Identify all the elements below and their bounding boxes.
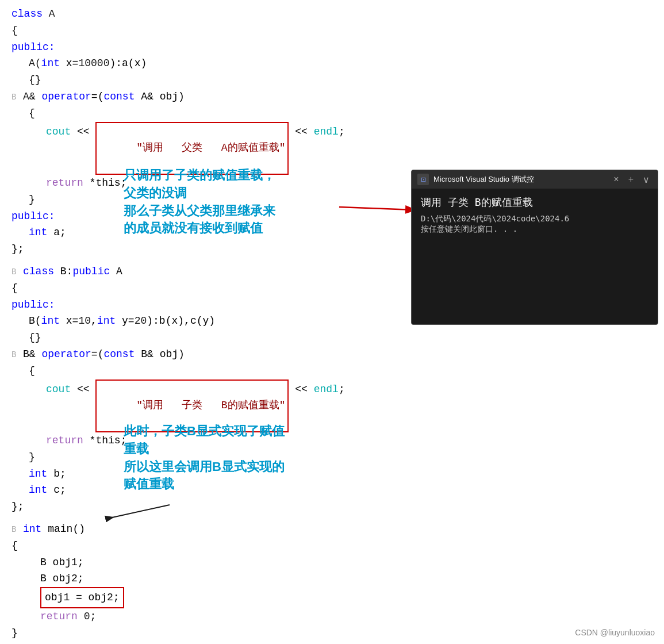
class-name-A: A <box>49 6 55 22</box>
blank-line <box>11 515 385 521</box>
keyword-public: public: <box>11 39 55 56</box>
vs-close-button[interactable]: × <box>611 174 621 185</box>
code-line: {} <box>29 72 385 89</box>
code-line: public: <box>11 39 385 56</box>
code-line: {} <box>29 329 385 346</box>
annotation-1-line2: 父类的没调 <box>124 185 377 202</box>
watermark: CSDN @liuyunluoxiao <box>575 628 655 637</box>
keyword-class: class <box>11 6 43 22</box>
annotation-1-line1: 只调用了子类的赋值重载， <box>124 167 377 185</box>
annotation-1-line3: 那么子类从父类那里继承来 <box>124 202 377 220</box>
vs-v-button[interactable]: ∨ <box>640 174 652 185</box>
vs-titlebar: ⊡ Microsoft Visual Studio 调试控 × + ∨ <box>412 170 658 189</box>
code-line: { <box>11 22 385 39</box>
string-A: "调用 父类 A的赋值重载" <box>136 142 285 154</box>
code-line: B(int x=10,int y=20):b(x),c(y) <box>29 313 385 329</box>
vs-output-body: 调用 子类 B的赋值重载 D:\代码\2024代码\2024code\2024.… <box>412 189 658 324</box>
annotation-1-line4: 的成员就没有接收到赋值 <box>124 220 377 237</box>
code-line: { <box>11 280 385 297</box>
code-line: { <box>11 538 385 554</box>
code-line: B obj2; <box>40 570 385 587</box>
code-line: return 0 ; <box>40 608 385 625</box>
annotation-2: 此时，子类B显式实现了赋值 重载 所以这里会调用B显式实现的 赋值重载 <box>124 423 400 493</box>
code-line: public: <box>11 297 385 313</box>
code-area: class A { public: A(int x=10000):a(x) {}… <box>0 0 391 644</box>
vs-path-line: D:\代码\2024代码\2024code\2024.6 <box>421 214 648 224</box>
code-line: A(int x=10000):a(x) <box>29 55 385 72</box>
annotation-2-line4: 赋值重载 <box>124 476 400 493</box>
code-line: B class B: public A <box>11 263 385 280</box>
vs-icon: ⊡ <box>417 174 429 185</box>
code-line: B B& operator=(const B& obj) <box>11 346 385 363</box>
code-line-main: B int main() <box>11 521 385 538</box>
annotation-2-line2: 重载 <box>124 440 400 458</box>
blank-line <box>11 258 385 263</box>
vs-plus-button[interactable]: + <box>626 174 636 185</box>
code-line: } <box>11 625 385 642</box>
code-line: B obj1; <box>40 554 385 571</box>
vs-output-line-1: 调用 子类 B的赋值重载 <box>421 195 648 209</box>
annotation-2-line3: 所以这里会调用B显式实现的 <box>124 458 400 476</box>
string-B: "调用 子类 B的赋值重载" <box>136 400 285 411</box>
annotation-2-line1: 此时，子类B显式实现了赋值 <box>124 423 400 440</box>
code-line: { <box>29 363 385 379</box>
vs-press-line: 按任意键关闭此窗口. . . <box>421 224 648 235</box>
code-line-assignment: obj1 = obj2; <box>40 587 385 608</box>
annotation-1: 只调用了子类的赋值重载， 父类的没调 那么子类从父类那里继承来 的成员就没有接收… <box>124 167 377 237</box>
code-line: }; <box>11 499 385 515</box>
vs-title-text: Microsoft Visual Studio 调试控 <box>433 174 607 185</box>
vs-console-window: ⊡ Microsoft Visual Studio 调试控 × + ∨ 调用 子… <box>411 170 658 325</box>
code-line: B A& operator=(const A& obj) <box>11 89 385 105</box>
code-line: { <box>29 105 385 122</box>
code-line: }; <box>11 241 385 258</box>
assignment-box: obj1 = obj2; <box>40 587 124 608</box>
code-line: class A <box>11 6 385 22</box>
